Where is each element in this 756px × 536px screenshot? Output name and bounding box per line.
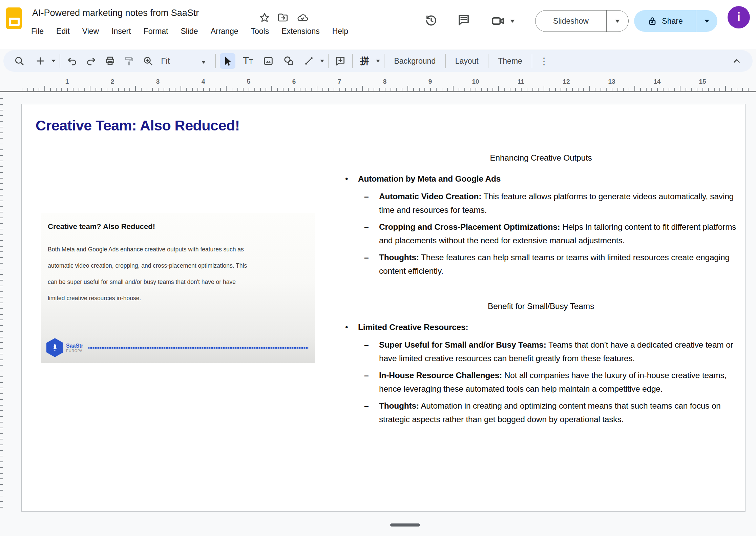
sub-bullet-label: In-House Resource Challenges: <box>379 371 502 380</box>
meet-call-control <box>490 14 515 28</box>
lock-icon <box>647 16 658 26</box>
google-slides-logo-icon[interactable] <box>6 7 22 29</box>
insert-image-button[interactable] <box>260 53 276 69</box>
background-button[interactable]: Background <box>388 57 441 66</box>
add-comment-button[interactable] <box>333 53 348 69</box>
wavy-divider-line <box>88 347 309 349</box>
theme-button[interactable]: Theme <box>492 57 528 66</box>
cursor-arrow-icon <box>222 55 233 67</box>
slideshow-button[interactable]: Slideshow <box>536 17 606 26</box>
vertical-ruler[interactable] <box>0 92 3 511</box>
image-body-text: Both Meta and Google Ads enhance creativ… <box>48 241 247 306</box>
star-icon[interactable] <box>259 12 270 23</box>
move-to-folder-icon[interactable] <box>277 12 289 23</box>
sub-bullet-item: In-House Resource Challenges: Not all co… <box>343 369 739 396</box>
video-camera-icon[interactable] <box>490 14 505 28</box>
insert-shape-button[interactable] <box>281 53 296 69</box>
toolbar-separator <box>352 54 353 68</box>
document-title[interactable]: AI-Powered marketing notes from SaaStr <box>32 8 199 18</box>
new-slide-dropdown-icon[interactable] <box>51 60 56 62</box>
toolbar-separator <box>384 54 385 68</box>
toolbar-separator <box>445 54 446 68</box>
print-button[interactable] <box>102 53 118 69</box>
zoom-select[interactable]: Fit <box>156 57 211 66</box>
search-menus-icon[interactable] <box>12 53 27 69</box>
top-bar: AI-Powered marketing notes from SaaStr F… <box>0 0 756 49</box>
toolbar-separator <box>532 54 532 68</box>
menu-bar: File Edit View Insert Format Slide Arran… <box>31 27 348 36</box>
camera-dropdown-icon[interactable] <box>510 20 515 23</box>
account-avatar[interactable]: i <box>728 6 750 28</box>
zoom-dropdown-icon <box>202 61 206 64</box>
comments-icon[interactable] <box>457 13 471 27</box>
saastr-logo-icon <box>46 338 63 357</box>
slide-canvas[interactable]: Creative Team: Also Reduced! Creative te… <box>21 104 746 512</box>
menu-view[interactable]: View <box>82 27 99 36</box>
more-options-button[interactable]: ⋮ <box>536 53 552 69</box>
share-button[interactable]: Share <box>634 10 696 32</box>
menu-format[interactable]: Format <box>144 27 168 36</box>
sub-bullet-label: Thoughts: <box>379 401 419 410</box>
collapse-toolbar-button[interactable] <box>729 53 744 69</box>
bullet-item: Automation by Meta and Google Ads <box>343 172 739 186</box>
select-tool-button[interactable] <box>220 53 235 69</box>
input-tools-button[interactable]: 拼 <box>357 53 373 69</box>
sub-bullet-label: Super Useful for Small and/or Busy Teams… <box>379 340 546 349</box>
new-slide-button[interactable] <box>33 53 48 69</box>
chevron-down-icon <box>705 20 709 23</box>
menu-extensions[interactable]: Extensions <box>281 27 320 36</box>
image-heading: Creative team? Also Reduced! <box>48 222 155 231</box>
redo-button[interactable] <box>83 53 99 69</box>
sub-bullet-label: Cropping and Cross-Placement Optimizatio… <box>379 222 560 231</box>
sub-bullet-item: Thoughts: Automation in creating and opt… <box>343 399 739 426</box>
image-footer: SaaStr EUROPA <box>46 338 309 357</box>
share-label: Share <box>662 17 682 26</box>
speaker-notes-resize-handle[interactable] <box>390 523 420 527</box>
chevron-down-icon <box>615 20 620 23</box>
toolbar-separator <box>488 54 489 68</box>
sub-bullet-item: Automatic Video Creation: This feature a… <box>343 190 739 217</box>
insert-line-button[interactable] <box>301 53 317 69</box>
sub-bullet-text: Automation in creating and optimizing co… <box>379 401 721 424</box>
toolbar-separator <box>328 54 329 68</box>
rocket-icon <box>50 343 60 353</box>
slideshow-dropdown[interactable] <box>606 11 628 32</box>
saastr-logo-text: SaaStr EUROPA <box>66 343 83 353</box>
zoom-in-icon[interactable] <box>140 53 156 69</box>
version-history-icon[interactable] <box>424 13 438 27</box>
menu-file[interactable]: File <box>31 27 44 36</box>
menu-insert[interactable]: Insert <box>111 27 131 36</box>
menu-help[interactable]: Help <box>332 27 348 36</box>
line-dropdown-icon[interactable] <box>320 60 324 62</box>
slide-notes-textbox[interactable]: Enhancing Creative Outputs Automation by… <box>343 151 739 430</box>
bullet-label: Automation by Meta and Google Ads <box>358 172 501 186</box>
ruler-baseline <box>0 91 756 92</box>
menu-slide[interactable]: Slide <box>181 27 198 36</box>
section-heading: Enhancing Creative Outputs <box>343 151 739 165</box>
horizontal-ruler[interactable]: 123456789101112131415 <box>0 73 756 92</box>
sub-bullet-label: Automatic Video Creation: <box>379 192 481 201</box>
menu-edit[interactable]: Edit <box>56 27 70 36</box>
toolbar-separator <box>60 54 60 68</box>
sub-bullet-item: Cropping and Cross-Placement Optimizatio… <box>343 220 739 247</box>
embedded-slide-image[interactable]: Creative team? Also Reduced! Both Meta a… <box>41 213 315 363</box>
sub-bullet-label: Thoughts: <box>379 253 419 262</box>
layout-button[interactable]: Layout <box>450 57 484 66</box>
bullet-label: Limited Creative Resources: <box>358 321 468 334</box>
menu-tools[interactable]: Tools <box>251 27 269 36</box>
slideshow-split-button: Slideshow <box>535 10 629 32</box>
input-tools-dropdown-icon[interactable] <box>376 60 380 62</box>
zoom-value: Fit <box>161 57 170 65</box>
cloud-saved-icon[interactable] <box>297 12 308 23</box>
text-box-button[interactable]: TT <box>240 53 256 69</box>
toolbar-separator <box>215 54 216 68</box>
menu-arrange[interactable]: Arrange <box>211 27 238 36</box>
section-heading: Benefit for Small/Busy Teams <box>343 300 739 313</box>
sub-bullet-item: Thoughts: These features can help small … <box>343 251 739 278</box>
paint-format-button[interactable] <box>121 53 137 69</box>
share-dropdown[interactable] <box>696 10 717 32</box>
undo-button[interactable] <box>64 53 80 69</box>
sub-bullet-item: Super Useful for Small and/or Busy Teams… <box>343 338 739 365</box>
bullet-item: Limited Creative Resources: <box>343 321 739 334</box>
slide-title-textbox[interactable]: Creative Team: Also Reduced! <box>36 117 240 134</box>
